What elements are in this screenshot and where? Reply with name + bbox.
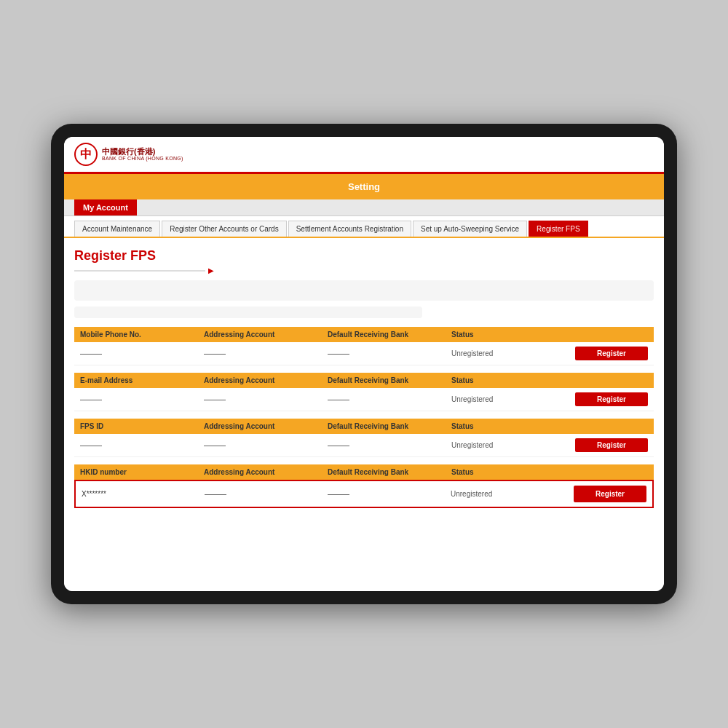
fps-status: Unregistered [451, 441, 569, 449]
hkid-bank-value: ——— [328, 490, 445, 498]
tab-register-other[interactable]: Register Other Accounts or Cards [162, 221, 287, 237]
fps-id-header: FPS ID Addressing Account Default Receiv… [74, 419, 654, 434]
col-addressing-1: Addressing Account [204, 331, 322, 339]
screen: 中 中國銀行(香港) BANK OF CHINA (HONG KONG) Set… [64, 137, 664, 591]
col-action-2 [575, 376, 648, 384]
col-hkid: HKID number [80, 468, 198, 476]
tab-sweeping[interactable]: Set up Auto-Sweeping Service [413, 221, 527, 237]
bank-name-cn: 中國銀行(香港) [102, 147, 183, 156]
mobile-addressing-value: ——— [204, 349, 322, 357]
hkid-register-button[interactable]: Register [574, 486, 646, 502]
fps-addressing-value: ——— [204, 441, 322, 449]
col-addressing-3: Addressing Account [204, 422, 322, 430]
mobile-phone-header: Mobile Phone No. Addressing Account Defa… [74, 327, 654, 342]
col-default-bank-1: Default Receiving Bank [328, 331, 446, 339]
tablet-device: 中 中國銀行(香港) BANK OF CHINA (HONG KONG) Set… [51, 124, 677, 604]
mobile-phone-section: Mobile Phone No. Addressing Account Defa… [74, 327, 654, 365]
email-addressing-value: ——— [204, 395, 322, 403]
col-default-bank-2: Default Receiving Bank [328, 376, 446, 384]
mobile-register-button[interactable]: Register [575, 347, 648, 360]
tab-register-fps[interactable]: Register FPS [529, 221, 587, 237]
hkid-addressing-value: ——— [205, 490, 322, 498]
email-register-button[interactable]: Register [575, 392, 648, 406]
col-addressing-4: Addressing Account [204, 468, 322, 476]
col-action-4 [575, 468, 648, 476]
logo-icon: 中 [74, 143, 98, 166]
mobile-phone-value: ——— [80, 349, 198, 357]
bank-name-en: BANK OF CHINA (HONG KONG) [102, 156, 183, 162]
fps-id-value: ——— [80, 441, 198, 449]
tabs-bar: Account Maintenance Register Other Accou… [64, 216, 664, 238]
hkid-value: X******* [82, 490, 199, 498]
progress-sub [74, 306, 422, 318]
fps-register-button[interactable]: Register [575, 438, 648, 452]
col-email: E-mail Address [80, 376, 198, 384]
col-addressing-2: Addressing Account [204, 376, 322, 384]
col-status-2: Status [451, 376, 569, 384]
email-value: ——— [80, 395, 198, 403]
hkid-section: HKID number Addressing Account Default R… [74, 464, 654, 508]
col-status-4: Status [451, 468, 569, 476]
email-bank-value: ——— [328, 395, 446, 403]
hkid-header: HKID number Addressing Account Default R… [74, 464, 654, 480]
email-header: E-mail Address Addressing Account Defaul… [74, 373, 654, 388]
content-area: Register FPS ▶ Mobile Phone No. Addressi… [64, 238, 664, 591]
email-row: ——— ——— ——— Unregistered Register [74, 388, 654, 411]
my-account-button[interactable]: My Account [74, 199, 137, 215]
email-section: E-mail Address Addressing Account Defaul… [74, 373, 654, 411]
hkid-row: X******* ——— ——— Unregistered Register [74, 480, 654, 508]
tab-settlement[interactable]: Settlement Accounts Registration [288, 221, 411, 237]
email-status: Unregistered [451, 395, 569, 403]
title-underline: ▶ [74, 266, 654, 274]
col-default-bank-3: Default Receiving Bank [328, 422, 446, 430]
page-title: Register FPS [74, 248, 654, 264]
col-mobile-phone: Mobile Phone No. [80, 331, 198, 339]
fps-id-row: ——— ——— ——— Unregistered Register [74, 434, 654, 457]
col-fps-id: FPS ID [80, 422, 198, 430]
bank-name-block: 中國銀行(香港) BANK OF CHINA (HONG KONG) [102, 147, 183, 162]
hkid-status: Unregistered [451, 490, 568, 498]
title-arrow-icon: ▶ [208, 266, 214, 274]
tab-account-maintenance[interactable]: Account Maintenance [74, 221, 160, 237]
mobile-phone-row: ——— ——— ——— Unregistered Register [74, 342, 654, 365]
header: 中 中國銀行(香港) BANK OF CHINA (HONG KONG) [64, 137, 664, 174]
fps-bank-value: ——— [328, 441, 446, 449]
progress-bar [74, 280, 654, 301]
col-status-1: Status [451, 331, 569, 339]
col-action-1 [575, 331, 648, 339]
col-action-3 [575, 422, 648, 430]
fps-id-section: FPS ID Addressing Account Default Receiv… [74, 419, 654, 457]
bank-logo: 中 中國銀行(香港) BANK OF CHINA (HONG KONG) [74, 143, 183, 166]
nav-bar: Setting [64, 174, 664, 199]
col-default-bank-4: Default Receiving Bank [328, 468, 446, 476]
secondary-nav: My Account [64, 199, 664, 216]
mobile-bank-value: ——— [328, 349, 446, 357]
mobile-status: Unregistered [451, 349, 569, 357]
nav-setting-label[interactable]: Setting [333, 178, 395, 195]
col-status-3: Status [451, 422, 569, 430]
title-line [74, 270, 205, 272]
